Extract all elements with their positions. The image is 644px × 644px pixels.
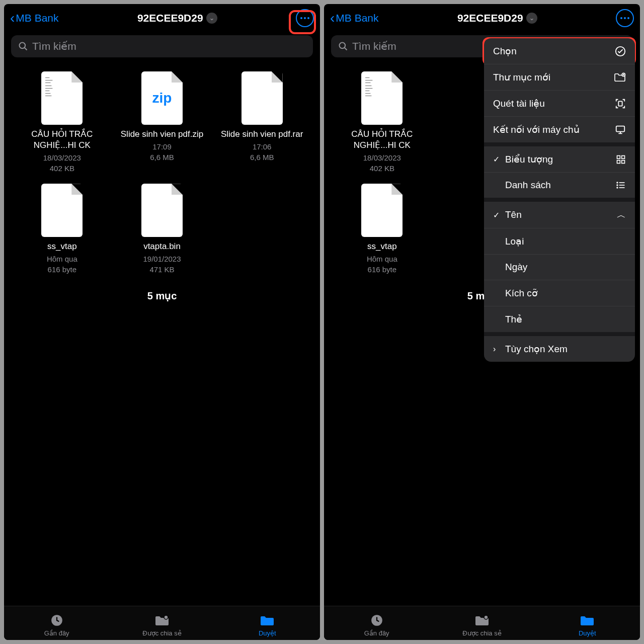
file-icon-generic [141, 184, 183, 237]
check-icon: ✓ [493, 154, 500, 164]
chevron-left-icon: ‹ [10, 10, 15, 26]
chevron-up-icon: ︿ [617, 209, 626, 221]
svg-line-5 [345, 48, 347, 50]
file-item[interactable]: ━━━━━━━━━━━━━━━━━━━━━━━━━━━━━━━━━━━━━━━━… [334, 71, 430, 174]
folder-plus-icon [614, 72, 626, 83]
menu-item-sort-type[interactable]: Loại [484, 228, 635, 255]
menu-item-sort-name[interactable]: ✓ Tên ︿ [484, 202, 635, 228]
svg-rect-11 [616, 126, 625, 131]
file-icon-doc: ━━━━━━━━━━━━━━━━━━━━━━━━━━━━━━━━━━━━━━━━… [361, 71, 403, 125]
svg-rect-14 [617, 160, 620, 163]
tab-shared[interactable]: Được chia sẻ [109, 610, 214, 640]
tab-shared[interactable]: Được chia sẻ [429, 610, 534, 640]
header: ‹ MB Bank 92ECEE9D29 ⌄ [4, 4, 320, 32]
page-title[interactable]: 92ECEE9D29 ⌄ [379, 12, 616, 24]
server-icon [615, 124, 626, 135]
svg-point-7 [484, 615, 488, 619]
check-circle-icon [615, 46, 626, 57]
svg-point-3 [164, 615, 168, 619]
search-icon [18, 41, 28, 51]
tab-browse[interactable]: Duyệt [215, 610, 320, 640]
page-title[interactable]: 92ECEE9D29 ⌄ [59, 12, 296, 24]
check-icon: ✓ [493, 210, 500, 220]
back-button[interactable]: ‹ MB Bank [330, 10, 379, 26]
more-icon [300, 17, 309, 19]
back-label: MB Bank [16, 12, 58, 24]
menu-item-new-folder[interactable]: Thư mục mới [484, 64, 635, 91]
back-button[interactable]: ‹ MB Bank [10, 10, 59, 26]
chevron-right-icon: › [493, 345, 500, 354]
svg-point-19 [617, 182, 618, 183]
svg-rect-10 [618, 101, 622, 106]
svg-line-1 [25, 48, 27, 50]
item-count: 5 mục [4, 282, 320, 310]
phone-right: ‹ MB Bank 92ECEE9D29 ⌄ Tìm kiếm ━━━━━━━━… [324, 4, 640, 640]
menu-item-sort-tag[interactable]: Thẻ [484, 306, 635, 336]
menu-item-connect[interactable]: Kết nối với máy chủ [484, 117, 635, 146]
more-icon [620, 17, 629, 19]
tab-recent[interactable]: Gần đây [324, 610, 429, 640]
folder-icon [580, 613, 595, 627]
tabbar: Gần đây Được chia sẻ Duyệt [4, 606, 320, 640]
file-item[interactable]: Slide sinh vien pdf.rar 17:06 6,6 MB [214, 71, 310, 174]
more-button[interactable] [616, 9, 634, 27]
header: ‹ MB Bank 92ECEE9D29 ⌄ [324, 4, 640, 32]
grid-icon [616, 154, 626, 165]
file-icon-doc: ━━━━━━━━━━━━━━━━━━━━━━━━━━━━━━━━━━━━━━━━… [41, 71, 83, 125]
file-icon-generic [242, 71, 283, 125]
menu-item-sort-date[interactable]: Ngày [484, 255, 635, 280]
menu-item-icons-view[interactable]: ✓ Biểu tượng [484, 146, 635, 173]
file-item[interactable]: zip Slide sinh vien pdf.zip 17:09 6,6 MB [114, 71, 210, 174]
svg-rect-12 [617, 155, 620, 158]
svg-point-20 [617, 185, 618, 186]
file-icon-zip: zip [141, 71, 183, 125]
folder-shared-icon [154, 613, 170, 627]
svg-rect-13 [622, 155, 625, 158]
file-item[interactable]: vtapta.bin 19/01/2023 471 KB [114, 184, 210, 275]
file-item[interactable]: ss_vtap Hôm qua 616 byte [334, 184, 430, 275]
tabbar: Gần đây Được chia sẻ Duyệt [324, 606, 640, 640]
list-icon [616, 180, 626, 190]
more-button[interactable] [296, 9, 314, 27]
files-grid: ━━━━━━━━━━━━━━━━━━━━━━━━━━━━━━━━━━━━━━━━… [4, 64, 320, 282]
file-icon-generic [361, 184, 403, 237]
svg-point-4 [340, 43, 346, 49]
phone-left: ‹ MB Bank 92ECEE9D29 ⌄ Tìm kiếm ━━━━━━━━… [4, 4, 320, 640]
menu-item-scan[interactable]: Quét tài liệu [484, 91, 635, 117]
svg-rect-15 [622, 160, 625, 163]
file-item[interactable]: ━━━━━━━━━━━━━━━━━━━━━━━━━━━━━━━━━━━━━━━━… [14, 71, 110, 174]
search-input[interactable]: Tìm kiếm [11, 35, 313, 57]
scan-icon [615, 98, 626, 109]
clock-icon [50, 613, 63, 627]
menu-item-select[interactable]: Chọn [484, 38, 635, 64]
clock-icon [370, 613, 383, 627]
svg-point-21 [617, 187, 618, 188]
folder-shared-icon [474, 613, 490, 627]
chevron-down-icon: ⌄ [206, 13, 217, 24]
chevron-down-icon: ⌄ [526, 13, 537, 24]
folder-icon [260, 613, 275, 627]
back-label: MB Bank [336, 12, 378, 24]
file-item[interactable]: ss_vtap Hôm qua 616 byte [14, 184, 110, 275]
tab-recent[interactable]: Gần đây [4, 610, 109, 640]
search-icon [338, 41, 348, 51]
chevron-left-icon: ‹ [330, 10, 335, 26]
menu-item-list-view[interactable]: Danh sách [484, 173, 635, 202]
menu-item-view-options[interactable]: › Tùy chọn Xem [484, 336, 635, 362]
context-menu: Chọn Thư mục mới Quét tài liệu Kết nối v… [484, 38, 635, 362]
menu-item-sort-size[interactable]: Kích cỡ [484, 280, 635, 306]
tab-browse[interactable]: Duyệt [535, 610, 640, 640]
file-icon-generic [41, 184, 83, 237]
svg-point-0 [20, 43, 26, 49]
